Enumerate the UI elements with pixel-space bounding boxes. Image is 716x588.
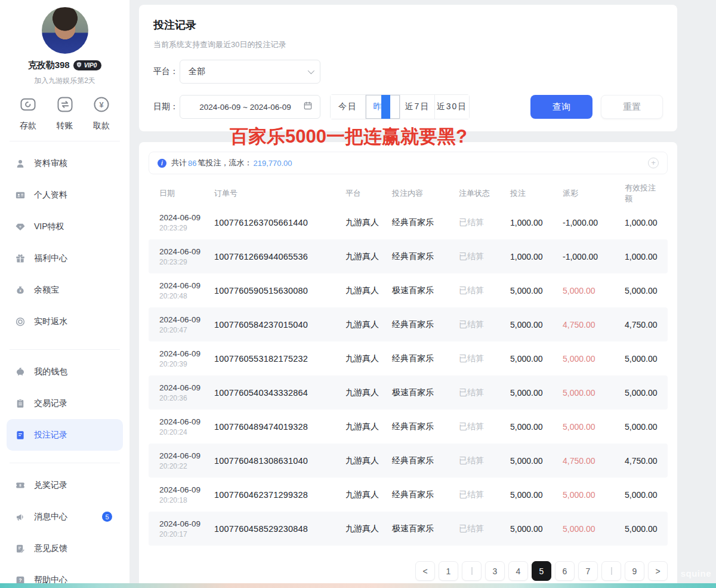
sidebar-item[interactable]: 我的钱包 — [7, 356, 123, 387]
order-number-cell: 1007760462371299328 — [214, 490, 345, 500]
sidebar-item[interactable]: 个人资料 — [7, 179, 123, 211]
quick-range-label: 近30日 — [437, 101, 468, 111]
status-cell: 已结算 — [459, 421, 510, 432]
platform-selected-value: 全部 — [187, 66, 308, 77]
sidebar-item[interactable]: ¥ 余额宝 — [7, 274, 123, 306]
sidebar-item-label: 我的钱包 — [34, 367, 67, 377]
quick-date-group: 今日 昨日 近7日 近30日 — [330, 94, 470, 119]
date-range-input[interactable]: 2024-06-09 ~ 2024-06-09 — [180, 95, 320, 119]
sidebar-item-label: 福利中心 — [34, 253, 67, 264]
pagination-page-1[interactable]: 1 — [439, 561, 458, 581]
profile-icon — [15, 190, 26, 201]
order-number-cell: 1007760584237015040 — [214, 320, 345, 330]
pagination-prev[interactable]: < — [415, 561, 435, 581]
reset-button[interactable]: 重置 — [601, 95, 663, 119]
bet-count: 86 — [188, 159, 196, 168]
sidebar-item[interactable]: 交易记录 — [7, 387, 123, 419]
transactions-icon — [15, 398, 26, 409]
plus-circle-icon[interactable]: + — [648, 158, 659, 168]
date-cell: 2024-06-09 20:20:17 — [159, 519, 214, 538]
sidebar-item[interactable]: 消息中心 5 — [7, 501, 123, 532]
platform-cell: 九游真人 — [345, 251, 392, 262]
valid-bet-cell: 5,000.00 — [625, 524, 658, 534]
platform-select[interactable]: 全部 — [180, 60, 320, 84]
quick-action-withdraw[interactable]: ¥ 取款 — [87, 96, 116, 131]
order-number-cell: 1007760553182175232 — [214, 354, 345, 364]
status-cell: 已结算 — [459, 387, 510, 398]
pagination-ellipsis[interactable]: ... — [462, 561, 482, 581]
calendar-icon — [303, 101, 313, 113]
sidebar-item[interactable]: 福利中心 — [7, 242, 123, 274]
valid-bet-cell: 5,000.00 — [625, 388, 658, 398]
sidebar-item[interactable]: 意见反馈 — [7, 532, 123, 564]
date-cell: 2024-06-09 20:20:47 — [159, 315, 214, 334]
table-row: 2024-06-09 20:23:29 1007761263705661440 … — [149, 205, 668, 239]
sidebar-item-label: 资料审核 — [34, 158, 67, 169]
bet-content-cell: 经典百家乐 — [392, 319, 459, 330]
quick-action-transfer[interactable]: 转账 — [50, 96, 80, 131]
payout-cell: 5,000.00 — [563, 422, 625, 432]
quick-range-button[interactable]: 昨日 — [365, 95, 400, 119]
table-row: 2024-06-09 20:20:47 1007760584237015040 … — [149, 307, 668, 341]
sidebar-item-label: 兑奖记录 — [34, 480, 67, 491]
column-header: 派彩 — [563, 188, 625, 199]
platform-cell: 九游真人 — [345, 285, 392, 296]
pagination-page-3[interactable]: 3 — [485, 561, 505, 581]
payout-cell: 4,750.00 — [563, 456, 625, 466]
quick-range-button[interactable]: 近30日 — [434, 95, 469, 119]
query-button[interactable]: 查询 — [530, 95, 592, 119]
sidebar-item[interactable]: 投注记录 — [7, 419, 123, 451]
platform-cell: 九游真人 — [345, 455, 392, 466]
pagination-page-5[interactable]: 5 — [532, 561, 551, 581]
bet-amount-cell: 5,000.00 — [510, 524, 563, 534]
chevron-down-icon — [308, 67, 314, 74]
platform-cell: 九游真人 — [345, 319, 392, 330]
pagination-next[interactable]: > — [648, 561, 668, 581]
quick-range-button[interactable]: 近7日 — [400, 95, 434, 119]
wallet-actions: 存款 转账 ¥ 取款 — [0, 96, 129, 131]
pagination-page-7[interactable]: 7 — [578, 561, 598, 581]
table-row: 2024-06-09 20:20:18 1007760462371299328 … — [149, 478, 668, 512]
column-header: 投注 — [510, 188, 563, 199]
valid-bet-cell: 4,750.00 — [625, 320, 658, 330]
valid-bet-cell: 5,000.00 — [625, 422, 658, 432]
platform-cell: 九游真人 — [345, 217, 392, 228]
records-card: i 共计 86 笔投注，流水： 219,770.00 + 日期订单号平台投注内容… — [139, 142, 677, 588]
quick-action-deposit[interactable]: 存款 — [13, 96, 43, 131]
table-row: 2024-06-09 20:20:36 1007760540343332864 … — [149, 375, 668, 410]
payout-cell: -1,000.00 — [563, 218, 625, 227]
pagination-page-6[interactable]: 6 — [555, 561, 575, 581]
sidebar-item[interactable]: 资料审核 — [7, 147, 123, 179]
table-row: 2024-06-09 20:20:17 1007760458529230848 … — [149, 512, 668, 546]
pagination-page-4[interactable]: 4 — [508, 561, 528, 581]
status-cell: 已结算 — [459, 251, 510, 262]
bet-content-cell: 极速百家乐 — [392, 387, 459, 398]
bet-content-cell: 经典百家乐 — [392, 217, 459, 228]
column-header: 订单号 — [214, 188, 345, 199]
quick-range-button[interactable]: 今日 — [331, 95, 365, 119]
column-header: 注单状态 — [459, 188, 510, 199]
status-cell: 已结算 — [459, 217, 510, 228]
bet-amount-cell: 5,000.00 — [510, 456, 563, 466]
sidebar-item-label: 意见反馈 — [34, 543, 67, 554]
pagination-ellipsis[interactable]: ... — [601, 561, 621, 581]
bet-content-cell: 极速百家乐 — [392, 285, 459, 296]
filter-card: 投注记录 当前系统支持查询最近30日的投注记录 平台： 全部 日期： 2024-… — [139, 5, 677, 131]
column-header: 平台 — [345, 188, 392, 199]
status-cell: 已结算 — [459, 490, 510, 500]
sidebar-item[interactable]: 实时返水 — [7, 306, 123, 337]
quick-range-label: 今日 — [338, 101, 357, 111]
sidebar-item-label: 余额宝 — [34, 285, 59, 295]
sidebar-item[interactable]: VIP特权 — [7, 211, 123, 242]
order-number-cell: 1007760481308631040 — [214, 456, 345, 466]
pagination-page-9[interactable]: 9 — [625, 561, 644, 581]
quick-action-label: 取款 — [93, 121, 110, 131]
nav-group: 兑奖记录 消息中心 5 意见反馈 ? 帮助中心 — [0, 467, 129, 588]
column-header: 投注内容 — [392, 188, 459, 199]
status-cell: 已结算 — [459, 455, 510, 466]
order-number-cell: 1007761263705661440 — [214, 218, 345, 227]
nav-group: 资料审核 个人资料 VIP特权 福利中心 ¥ 余额宝 实时返水 — [0, 145, 129, 340]
sidebar-item[interactable]: 兑奖记录 — [7, 469, 123, 501]
info-icon: i — [158, 159, 166, 168]
username: 克孜勒398 — [28, 60, 70, 71]
